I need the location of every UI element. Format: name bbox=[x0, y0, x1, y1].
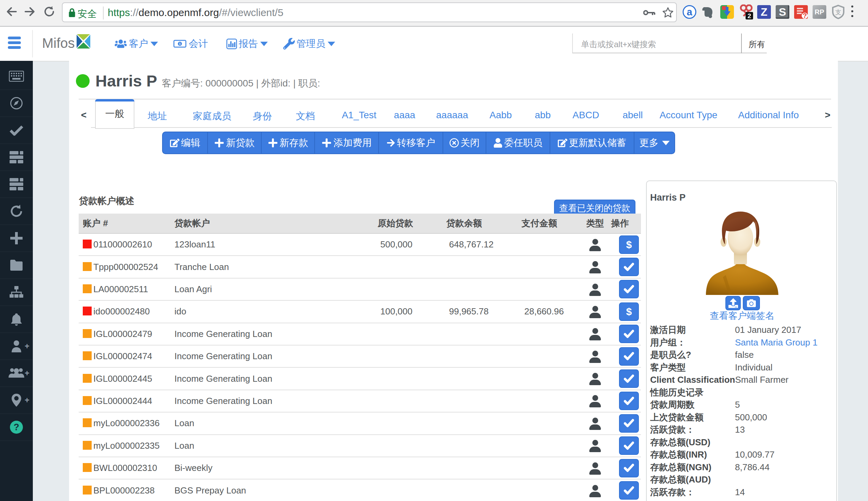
svg-text:2: 2 bbox=[747, 12, 751, 20]
svg-text:支: 支 bbox=[835, 9, 841, 16]
svg-text:1: 1 bbox=[179, 42, 181, 45]
svg-text:?: ? bbox=[803, 12, 807, 19]
svg-text:?: ? bbox=[14, 422, 20, 432]
